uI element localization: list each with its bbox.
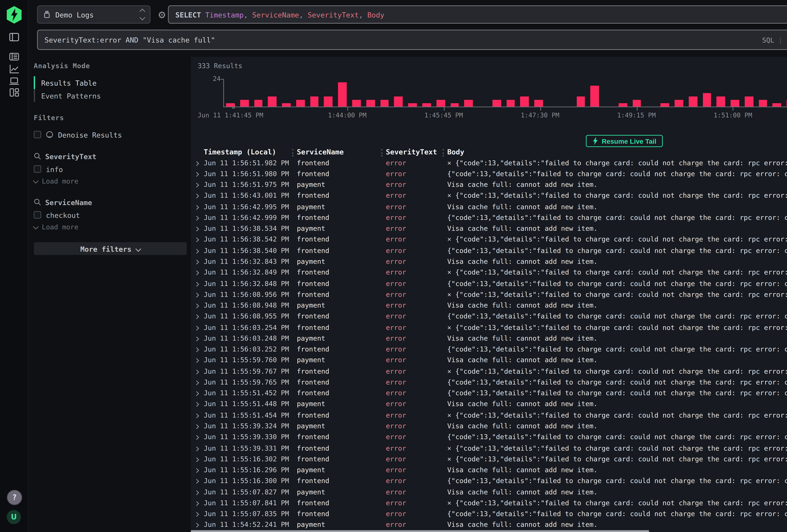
- log-row[interactable]: Jun 11 1:56:32.843 PMpaymenterrorVisa ca…: [191, 256, 787, 267]
- log-row[interactable]: Jun 11 1:56:51.980 PMfrontenderror{"code…: [191, 168, 787, 179]
- log-row[interactable]: Jun 11 1:55:39.331 PMfrontenderror×{"cod…: [191, 443, 787, 453]
- facet-option-checkout[interactable]: checkout: [34, 210, 187, 220]
- row-expand-chevron-icon[interactable]: [191, 510, 204, 517]
- row-expand-chevron-icon[interactable]: [191, 378, 204, 386]
- log-row[interactable]: Jun 11 1:55:39.324 PMpaymenterrorVisa ca…: [191, 421, 787, 431]
- row-expand-chevron-icon[interactable]: [191, 313, 204, 320]
- row-expand-chevron-icon[interactable]: [191, 181, 204, 188]
- row-expand-chevron-icon[interactable]: [191, 236, 204, 243]
- load-more-severity[interactable]: Load more: [34, 176, 187, 186]
- log-row[interactable]: Jun 11 1:55:07.827 PMpaymenterrorVisa ca…: [191, 486, 787, 497]
- log-row[interactable]: Jun 11 1:56:03.254 PMfrontenderror×{"cod…: [191, 322, 787, 333]
- histogram-bar[interactable]: [689, 96, 697, 107]
- resume-live-tail-button[interactable]: Resume Live Tail: [586, 135, 663, 147]
- more-filters-button[interactable]: More filters: [34, 242, 187, 255]
- row-expand-chevron-icon[interactable]: [191, 247, 204, 254]
- log-row[interactable]: Jun 11 1:56:08.948 PMpaymenterrorVisa ca…: [191, 300, 787, 311]
- log-row[interactable]: Jun 11 1:55:07.841 PMfrontenderror×{"cod…: [191, 497, 787, 508]
- histogram-bar[interactable]: [534, 100, 543, 107]
- log-row[interactable]: Jun 11 1:55:59.767 PMfrontenderror×{"cod…: [191, 366, 787, 377]
- histogram-bar[interactable]: [731, 100, 739, 107]
- help-button[interactable]: ?: [7, 490, 22, 505]
- histogram-bar[interactable]: [576, 96, 585, 107]
- histogram-bar[interactable]: [745, 96, 753, 107]
- row-expand-chevron-icon[interactable]: [191, 411, 204, 419]
- histogram-bar[interactable]: [240, 100, 249, 107]
- histogram-bar[interactable]: [394, 96, 403, 107]
- row-expand-chevron-icon[interactable]: [191, 433, 204, 441]
- log-row[interactable]: Jun 11 1:55:51.454 PMfrontenderror×{"cod…: [191, 409, 787, 421]
- user-avatar[interactable]: U: [7, 510, 21, 524]
- row-expand-chevron-icon[interactable]: [191, 521, 204, 528]
- mode-sql[interactable]: SQL: [762, 36, 774, 43]
- analysis-mode-results-table[interactable]: Results Table: [34, 76, 187, 89]
- histogram-bar[interactable]: [296, 100, 305, 107]
- log-row[interactable]: Jun 11 1:56:43.001 PMfrontenderror×{"cod…: [191, 190, 787, 201]
- row-expand-chevron-icon[interactable]: [191, 357, 204, 364]
- histogram-bar[interactable]: [282, 103, 291, 107]
- histogram-bar[interactable]: [380, 100, 389, 107]
- histogram-bar[interactable]: [492, 100, 501, 107]
- facet-option-checkbox[interactable]: [34, 165, 41, 173]
- histogram-bar[interactable]: [422, 103, 431, 107]
- row-expand-chevron-icon[interactable]: [191, 269, 204, 276]
- log-row[interactable]: Jun 11 1:56:32.849 PMfrontenderror×{"cod…: [191, 267, 787, 278]
- col-servicename[interactable]: ServiceName: [297, 147, 386, 155]
- log-row[interactable]: Jun 11 1:56:38.542 PMfrontenderror×{"cod…: [191, 234, 787, 245]
- histogram-bar[interactable]: [436, 100, 445, 107]
- sidebar-toggle-icon[interactable]: [9, 31, 20, 42]
- row-expand-chevron-icon[interactable]: [191, 466, 204, 474]
- row-expand-chevron-icon[interactable]: [191, 345, 204, 353]
- log-row[interactable]: Jun 11 1:55:51.448 PMpaymenterrorVisa ca…: [191, 399, 787, 409]
- histogram-bar[interactable]: [773, 103, 781, 107]
- log-row[interactable]: Jun 11 1:56:08.956 PMfrontenderror×{"cod…: [191, 289, 787, 300]
- row-expand-chevron-icon[interactable]: [191, 422, 204, 430]
- row-expand-chevron-icon[interactable]: [191, 170, 204, 177]
- log-row[interactable]: Jun 11 1:56:42.995 PMpaymenterrorVisa ca…: [191, 201, 787, 212]
- row-expand-chevron-icon[interactable]: [191, 455, 204, 463]
- row-expand-chevron-icon[interactable]: [191, 389, 204, 397]
- row-expand-chevron-icon[interactable]: [191, 400, 204, 408]
- histogram-bar[interactable]: [226, 103, 235, 107]
- log-row[interactable]: Jun 11 1:56:03.248 PMpaymenterrorVisa ca…: [191, 333, 787, 344]
- log-row[interactable]: Jun 11 1:54:52.241 PMpaymenterrorVisa ca…: [191, 519, 787, 530]
- horizontal-scrollbar[interactable]: [191, 530, 649, 532]
- histogram-bar[interactable]: [717, 96, 725, 107]
- log-row[interactable]: Jun 11 1:55:59.760 PMpaymenterrorVisa ca…: [191, 355, 787, 366]
- chart-explorer-icon[interactable]: [9, 63, 20, 74]
- analysis-mode-event-patterns[interactable]: Event Patterns: [34, 89, 187, 102]
- app-logo-icon[interactable]: [7, 6, 22, 24]
- row-expand-chevron-icon[interactable]: [191, 159, 204, 166]
- log-row[interactable]: Jun 11 1:56:51.975 PMpaymenterrorVisa ca…: [191, 179, 787, 190]
- histogram-bar[interactable]: [759, 100, 767, 107]
- col-body[interactable]: Body: [447, 147, 787, 155]
- log-row[interactable]: Jun 11 1:56:51.982 PMfrontenderror×{"cod…: [191, 157, 787, 168]
- row-expand-chevron-icon[interactable]: [191, 477, 204, 485]
- histogram-bar[interactable]: [408, 103, 417, 107]
- log-row[interactable]: Jun 11 1:55:39.330 PMfrontenderror{"code…: [191, 431, 787, 443]
- row-expand-chevron-icon[interactable]: [191, 214, 204, 221]
- histogram-bar[interactable]: [661, 103, 669, 107]
- histogram-bar[interactable]: [310, 96, 319, 107]
- log-row[interactable]: Jun 11 1:56:38.534 PMpaymenterrorVisa ca…: [191, 223, 787, 234]
- row-expand-chevron-icon[interactable]: [191, 225, 204, 232]
- row-expand-chevron-icon[interactable]: [191, 203, 204, 210]
- row-expand-chevron-icon[interactable]: [191, 258, 204, 265]
- histogram-bar[interactable]: [506, 100, 515, 107]
- row-expand-chevron-icon[interactable]: [191, 192, 204, 199]
- row-expand-chevron-icon[interactable]: [191, 499, 204, 507]
- log-row[interactable]: Jun 11 1:56:08.955 PMfrontenderror{"code…: [191, 311, 787, 322]
- histogram-bar[interactable]: [450, 103, 459, 107]
- row-expand-chevron-icon[interactable]: [191, 444, 204, 451]
- load-more-service[interactable]: Load more: [34, 222, 187, 231]
- histogram-bar[interactable]: [268, 96, 277, 107]
- denoise-checkbox[interactable]: [34, 131, 41, 138]
- histogram-bar[interactable]: [633, 100, 641, 107]
- histogram-bar[interactable]: [366, 100, 375, 107]
- histogram-bar[interactable]: [324, 96, 333, 107]
- col-timestamp[interactable]: Timestamp (Local): [204, 147, 297, 155]
- select-clause-input[interactable]: SELECT Timestamp, ServiceName, SeverityT…: [168, 5, 787, 24]
- histogram-bar[interactable]: [675, 100, 683, 107]
- row-expand-chevron-icon[interactable]: [191, 335, 204, 342]
- log-row[interactable]: Jun 11 1:55:51.452 PMfrontenderror{"code…: [191, 387, 787, 399]
